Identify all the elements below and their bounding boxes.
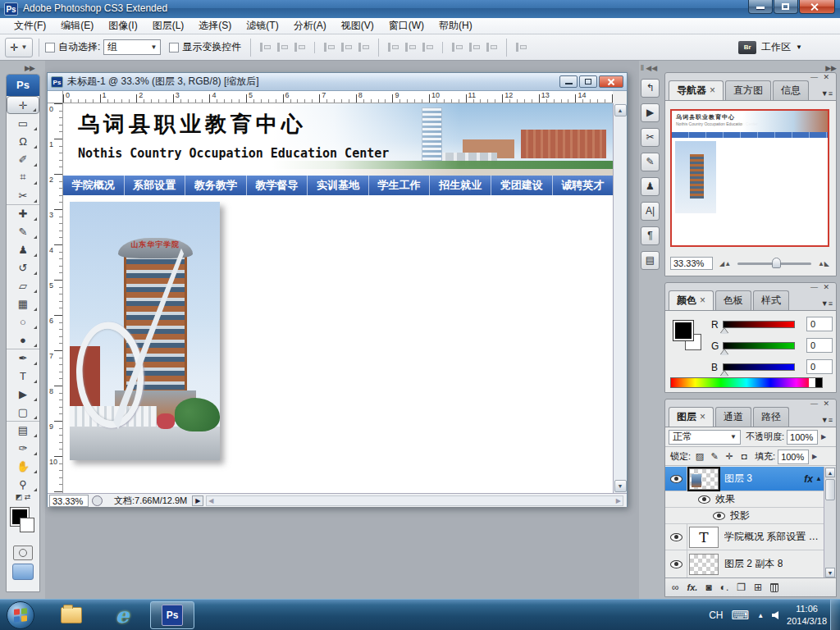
scroll-down-icon[interactable]: ▼ [614, 480, 627, 492]
document-titlebar[interactable]: Ps 未标题-1 @ 33.3% (图层 3, RGB/8) [缩放后] [48, 73, 627, 91]
panel-menu-icon[interactable]: ▼≡ [821, 299, 833, 308]
lock-transparency-icon[interactable]: ▨ [694, 451, 705, 462]
drop-shadow-row[interactable]: 投影 [665, 508, 824, 524]
auto-select-checkbox[interactable] [45, 43, 55, 52]
collapsed-panel-button[interactable]: ▤ [641, 251, 660, 270]
menu-item[interactable]: 分析(A) [286, 17, 334, 34]
background-color-swatch[interactable] [20, 518, 34, 532]
effects-row[interactable]: 效果 [665, 491, 824, 508]
text-layer-thumbnail[interactable]: T [689, 527, 719, 548]
foreground-color-swatch[interactable] [673, 321, 693, 340]
align-right-icon[interactable] [357, 41, 371, 53]
minimize-button[interactable] [748, 0, 773, 14]
red-value-field[interactable]: 0 [806, 317, 833, 331]
lock-pixels-icon[interactable]: ✎ [709, 451, 720, 462]
doc-minimize-button[interactable] [559, 75, 578, 88]
collapsed-panel-button[interactable]: ✂ [641, 128, 660, 147]
tab-color[interactable]: 颜色× [669, 290, 714, 310]
tab-swatches[interactable]: 色板 [715, 290, 751, 310]
keyboard-icon[interactable]: ⌨ [731, 608, 749, 623]
doc-restore-button[interactable] [579, 75, 597, 88]
bridge-icon[interactable]: Br [738, 41, 756, 54]
tool-button[interactable]: T [7, 367, 39, 385]
status-menu-arrow[interactable]: ▶ [192, 495, 203, 506]
visibility-eye-icon[interactable] [670, 560, 682, 568]
new-layer-icon[interactable]: ⊞ [754, 582, 762, 593]
panel-close-icon[interactable]: ✕ [823, 74, 829, 81]
tool-button[interactable]: ● [7, 331, 39, 349]
menu-item[interactable]: 图像(I) [101, 17, 144, 34]
layer-row-layer2copy8[interactable]: 图层 2 副本 8 [665, 550, 824, 578]
tool-button[interactable]: ✐ [7, 150, 39, 168]
workspace-button[interactable]: Br 工作区 ▼ [738, 40, 802, 54]
distribute-left-icon[interactable] [450, 41, 464, 53]
fill-field[interactable]: 100%▶ [778, 450, 809, 464]
blend-mode-dropdown[interactable]: 正常▼ [669, 430, 741, 445]
distribute-hcenter-icon[interactable] [468, 41, 482, 53]
zoom-out-icon[interactable]: ◢▲ [719, 260, 731, 267]
vertical-ruler[interactable]: 01234567891011 [48, 103, 63, 493]
menu-item[interactable]: 图层(L) [145, 17, 192, 34]
collapsed-panel-button[interactable]: ✎ [641, 153, 660, 171]
layer-mask-icon[interactable]: ◙ [705, 582, 711, 593]
navigator-zoom-slider[interactable] [737, 262, 811, 265]
delete-layer-icon[interactable] [770, 583, 778, 592]
layer-row-layer3[interactable]: 图层 3 fx ▲ [665, 467, 824, 491]
blue-slider[interactable] [723, 363, 795, 371]
screen-mode-button[interactable] [12, 564, 34, 580]
collapsed-panel-button[interactable]: ↰ [641, 79, 660, 98]
tool-button[interactable]: ○ [7, 313, 39, 331]
horizontal-scrollbar[interactable]: ◀▶ [206, 495, 623, 506]
visibility-eye-icon[interactable] [670, 475, 682, 483]
quick-mask-button[interactable] [13, 546, 33, 560]
align-vcenter-icon[interactable] [276, 41, 290, 53]
opacity-field[interactable]: 100%▶ [787, 430, 818, 445]
dock-grip[interactable]: ⫴ ◀◀ [641, 64, 657, 73]
tool-button[interactable]: ♟ [7, 240, 39, 258]
panel-close-icon[interactable]: ✕ [823, 400, 829, 408]
input-language-indicator[interactable]: CH [709, 609, 723, 621]
tool-button[interactable]: Ω [7, 132, 39, 150]
navigator-zoom-field[interactable]: 33.33% [670, 257, 713, 270]
visibility-eye-icon[interactable] [670, 533, 682, 541]
menu-item[interactable]: 文件(F) [7, 17, 53, 34]
clock[interactable]: 11:06 2014/3/18 [787, 603, 827, 628]
ruler-origin[interactable] [48, 91, 63, 103]
tab-info[interactable]: 信息 [773, 80, 809, 100]
show-desktop-button[interactable] [830, 600, 840, 630]
lock-position-icon[interactable]: ✛ [724, 451, 735, 462]
collapsed-panel-button[interactable]: ▶ [641, 103, 660, 122]
collapsed-panel-button[interactable]: ¶ [641, 226, 660, 245]
visibility-eye-icon[interactable] [698, 495, 710, 504]
zoom-in-icon[interactable]: ▲◣ [818, 260, 829, 267]
color-spectrum-ramp[interactable] [670, 377, 823, 388]
zoom-field[interactable]: 33.33% [49, 495, 89, 507]
scroll-up-icon[interactable]: ▲ [614, 104, 627, 116]
align-hcenter-icon[interactable] [340, 41, 354, 53]
volume-icon[interactable] [772, 611, 778, 619]
panel-minimize-icon[interactable]: — [810, 284, 818, 291]
tab-channels[interactable]: 通道 [715, 407, 751, 427]
tool-button[interactable]: ▤ [7, 421, 39, 439]
explorer-taskbar-icon[interactable] [59, 604, 84, 627]
dock-collapse-icon[interactable]: ▶▶ [25, 64, 34, 72]
panel-menu-icon[interactable]: ▼≡ [821, 89, 833, 98]
tool-button[interactable]: ✚ [7, 204, 39, 222]
tool-button[interactable]: ✋ [7, 457, 39, 475]
layer-thumbnail[interactable] [689, 468, 719, 490]
tray-expand-icon[interactable]: ▲ [757, 612, 764, 619]
restore-button[interactable] [774, 0, 798, 14]
menu-item[interactable]: 视图(V) [334, 17, 381, 34]
menu-item[interactable]: 编辑(E) [53, 17, 101, 34]
layer-style-icon[interactable]: fx. [687, 582, 698, 592]
vertical-scrollbar[interactable]: ▲ ▼ [613, 103, 627, 493]
layer-fx-icon[interactable]: fx [804, 473, 813, 485]
menu-item[interactable]: 滤镜(T) [239, 17, 285, 34]
menu-item[interactable]: 窗口(W) [381, 17, 431, 34]
link-layers-icon[interactable]: ∞ [672, 582, 679, 593]
blue-value-field[interactable]: 0 [806, 359, 833, 374]
panel-menu-icon[interactable]: ▼≡ [821, 416, 833, 424]
lock-all-icon[interactable]: ◘ [738, 451, 750, 462]
current-tool-button[interactable]: ✛▼ [5, 38, 33, 57]
horizontal-ruler[interactable]: 0123456789101112131415 [63, 91, 613, 103]
